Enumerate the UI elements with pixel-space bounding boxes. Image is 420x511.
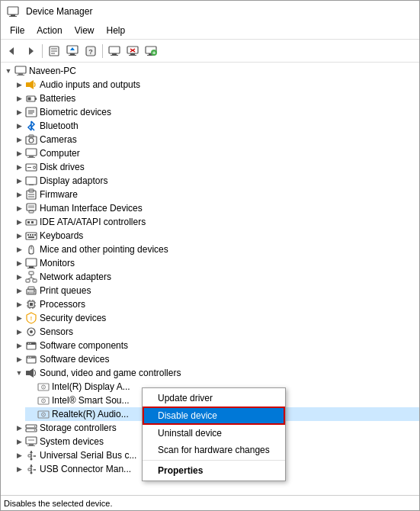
update-driver-button[interactable] <box>64 43 81 59</box>
expander-biometric[interactable]: ▶ <box>13 106 25 118</box>
expander-softwarecomponents[interactable]: ▶ <box>13 339 25 352</box>
svg-rect-20 <box>129 55 136 56</box>
menu-action[interactable]: Action <box>30 24 68 37</box>
tree-item-hid[interactable]: ▶ Human Interface Devices <box>13 201 419 215</box>
tree-label-hid: Human Interface Devices <box>40 201 143 215</box>
icon-sound3 <box>37 408 50 420</box>
svg-rect-70 <box>27 268 35 268</box>
icon-system <box>25 435 37 448</box>
svg-rect-72 <box>26 279 30 282</box>
svg-point-97 <box>30 343 31 345</box>
context-menu-update-driver[interactable]: Update driver <box>143 390 285 407</box>
tree-item-computer2[interactable]: ▶ Computer <box>13 146 419 160</box>
tree-item-sensors[interactable]: ▶ Sensors <box>13 325 419 339</box>
context-menu-uninstall-device[interactable]: Uninstall device <box>143 425 285 442</box>
expander-hid[interactable]: ▶ <box>13 202 25 214</box>
svg-marker-121 <box>30 451 33 453</box>
tree-item-displayadaptors[interactable]: ▶ Display adaptors <box>13 174 419 188</box>
delete-button[interactable] <box>124 43 141 59</box>
tree-item-monitors[interactable]: ▶ Monitors <box>13 256 419 270</box>
svg-rect-60 <box>31 221 34 223</box>
tree-item-sound[interactable]: ▼ Sound, video and game controllers <box>13 366 419 380</box>
expander-audio[interactable]: ▶ <box>13 79 25 91</box>
svg-text:+: + <box>152 50 156 56</box>
expander-sound[interactable]: ▼ <box>13 367 25 379</box>
forward-button[interactable] <box>22 43 39 59</box>
back-button[interactable] <box>4 43 21 59</box>
tree-item-softwaredevices[interactable]: ▶ Software devices <box>13 352 419 366</box>
tree-item-audio[interactable]: ▶ Audio inputs and outputs <box>13 78 419 92</box>
tree-item-mice[interactable]: ▶ Mice and other pointing devices <box>13 243 419 256</box>
tree-item-diskdrives[interactable]: ▶ Disk drives <box>13 160 419 174</box>
icon-hid <box>25 202 37 214</box>
expander-storage[interactable]: ▶ <box>13 422 25 434</box>
expander-system[interactable]: ▶ <box>13 435 25 448</box>
tree-label-ide: IDE ATA/ATAPI controllers <box>40 215 146 229</box>
menu-view[interactable]: View <box>69 24 101 37</box>
tree-label-sound3: Realtek(R) Audio... <box>52 407 129 421</box>
tree-item-network[interactable]: ▶ Network adapters <box>13 270 419 284</box>
icon-monitors <box>25 257 37 269</box>
expander-root[interactable]: ▼ <box>2 65 14 77</box>
expander-diskdrives[interactable]: ▶ <box>13 161 25 173</box>
menu-file[interactable]: File <box>4 24 30 37</box>
properties-button[interactable] <box>46 43 63 59</box>
icon-displayadaptors <box>25 175 37 187</box>
svg-marker-127 <box>30 464 33 467</box>
svg-rect-33 <box>35 98 37 100</box>
expander-cameras[interactable]: ▶ <box>13 133 25 146</box>
icon-softwarecomponents <box>25 339 37 352</box>
icon-mice <box>25 243 37 256</box>
svg-rect-16 <box>112 53 117 55</box>
tree-label-firmware: Firmware <box>40 188 78 201</box>
icon-sensors <box>25 326 37 338</box>
context-menu-scan-hardware[interactable]: Scan for hardware changes <box>143 442 285 458</box>
menu-help[interactable]: Help <box>101 24 132 37</box>
tree-label-root: Naveen-PC <box>29 64 76 78</box>
expander-network[interactable]: ▶ <box>13 271 25 283</box>
tree-item-batteries[interactable]: ▶ Batteries <box>13 92 419 105</box>
tree-item-softwarecomponents[interactable]: ▶ Software components <box>13 339 419 352</box>
expander-usb[interactable]: ▶ <box>13 449 25 461</box>
tree-item-biometric[interactable]: ▶ Biometric devices <box>13 105 419 119</box>
tree-item-firmware[interactable]: ▶ Firmware <box>13 188 419 201</box>
expander-printq[interactable]: ▶ <box>13 284 25 297</box>
icon-computer2 <box>25 147 37 159</box>
tree-item-processors[interactable]: ▶ Processors <box>13 297 419 311</box>
app-icon <box>7 5 19 18</box>
context-menu-properties[interactable]: Properties <box>143 462 285 479</box>
icon-computer <box>14 65 27 77</box>
tree-item-bluetooth[interactable]: ▶ Bluetooth <box>13 119 419 133</box>
tree-item-keyboards[interactable]: ▶ Keyboards <box>13 229 419 243</box>
svg-point-124 <box>34 455 36 457</box>
expander-bluetooth[interactable]: ▶ <box>13 120 25 132</box>
expander-softwaredevices[interactable]: ▶ <box>13 353 25 365</box>
svg-point-96 <box>28 343 30 345</box>
expander-monitors[interactable]: ▶ <box>13 257 25 269</box>
expander-usbconnector[interactable]: ▶ <box>13 463 25 475</box>
expander-security[interactable]: ▶ <box>13 312 25 324</box>
tree-item-printq[interactable]: ▶ Print queues <box>13 284 419 297</box>
context-menu-disable-device[interactable]: Disable device <box>143 407 285 425</box>
tree-label-usbconnector: USB Connector Man... <box>40 462 131 476</box>
tree-item-root[interactable]: ▼ Naveen-PC <box>1 64 419 78</box>
svg-point-101 <box>30 357 31 358</box>
tree-item-security[interactable]: ▶ ! Security devices <box>13 311 419 325</box>
expander-keyboards[interactable]: ▶ <box>13 230 25 242</box>
tree-item-ide[interactable]: ▶ IDE ATA/ATAPI controllers <box>13 215 419 229</box>
expander-displayadaptors[interactable]: ▶ <box>13 175 25 187</box>
tree-item-cameras[interactable]: ▶ Cameras <box>13 133 419 146</box>
help-button[interactable]: ? <box>82 43 99 59</box>
toolbar-sep2 <box>102 44 103 58</box>
svg-marker-4 <box>29 47 34 55</box>
expander-mice[interactable]: ▶ <box>13 243 25 256</box>
expander-firmware[interactable]: ▶ <box>13 188 25 201</box>
svg-rect-65 <box>34 234 36 236</box>
expander-batteries[interactable]: ▶ <box>13 92 25 104</box>
expander-ide[interactable]: ▶ <box>13 216 25 228</box>
expander-computer2[interactable]: ▶ <box>13 147 25 159</box>
expander-sensors[interactable]: ▶ <box>13 326 25 338</box>
scan-button[interactable]: + <box>143 43 159 59</box>
computer-button[interactable] <box>106 43 123 59</box>
expander-processors[interactable]: ▶ <box>13 298 25 310</box>
